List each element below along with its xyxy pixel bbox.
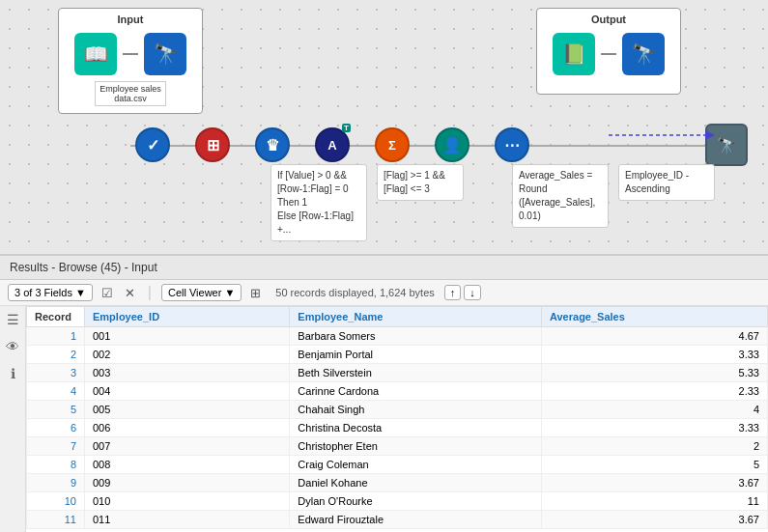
cell-empname: Benjamin Portal bbox=[290, 346, 542, 364]
cell-empname: Christina Decosta bbox=[290, 419, 542, 437]
cell-avgsales: 4 bbox=[541, 401, 767, 419]
cell-avgsales: 5 bbox=[541, 456, 767, 474]
cell-viewer-label: Cell Viewer bbox=[168, 287, 221, 298]
table-row: 9 009 Daniel Kohane 3.67 bbox=[27, 474, 768, 492]
cell-empid: 003 bbox=[85, 364, 290, 382]
cell-avgsales: 3.67 bbox=[541, 474, 767, 492]
output-node[interactable]: Output 📗 🔭 bbox=[536, 8, 681, 95]
left-menu-btn[interactable]: ☰ bbox=[5, 310, 21, 329]
cell-record: 11 bbox=[27, 511, 85, 529]
cell-empid: 007 bbox=[85, 437, 290, 456]
results-header: Results - Browse (45) - Input bbox=[0, 256, 768, 280]
col-header-empname[interactable]: Employee_Name bbox=[290, 307, 542, 327]
tooltip-formula3: Average_Sales = Round ([Average_Sales], … bbox=[512, 164, 609, 228]
tool-crown[interactable]: ♛ bbox=[255, 127, 290, 162]
cell-empid: 009 bbox=[85, 474, 290, 492]
table-row: 3 003 Beth Silverstein 5.33 bbox=[27, 364, 768, 382]
cell-record: 1 bbox=[27, 327, 85, 346]
cell-record: 4 bbox=[27, 382, 85, 401]
cell-record: 10 bbox=[27, 492, 85, 511]
table-row: 4 004 Carinne Cardona 2.33 bbox=[27, 382, 768, 401]
tool-person[interactable]: 👤 bbox=[435, 127, 469, 162]
output-arrow bbox=[601, 53, 616, 55]
cell-record: 7 bbox=[27, 437, 85, 456]
table-row: 7 007 Christopher Eten 2 bbox=[27, 437, 768, 456]
cell-record: 6 bbox=[27, 419, 85, 437]
filter-btn[interactable]: ⊞ bbox=[247, 285, 264, 301]
input-node-title: Input bbox=[118, 14, 144, 25]
results-toolbar: 3 of 3 Fields ▼ ☑ ✕ | Cell Viewer ▼ ⊞ 50… bbox=[0, 280, 768, 306]
records-info: 50 records displayed, 1,624 bytes bbox=[275, 287, 435, 298]
t-badge: T bbox=[342, 124, 351, 132]
cell-empid: 008 bbox=[85, 456, 290, 474]
cell-record: 3 bbox=[27, 364, 85, 382]
cell-empid: 011 bbox=[85, 511, 290, 529]
cell-record: 8 bbox=[27, 456, 85, 474]
cell-avgsales: 3.33 bbox=[541, 419, 767, 437]
output-icons-row: 📗 🔭 bbox=[553, 33, 665, 75]
cell-empname: Carinne Cardona bbox=[290, 382, 542, 401]
table-row: 5 005 Chahait Singh 4 bbox=[27, 401, 768, 419]
cell-empname: Daniel Kohane bbox=[290, 474, 542, 492]
cell-record: 2 bbox=[27, 346, 85, 364]
tool-app[interactable]: A bbox=[315, 127, 350, 162]
cell-empname: Christopher Eten bbox=[290, 437, 542, 456]
input-arrow bbox=[123, 53, 138, 55]
tool-table[interactable]: ⊞ bbox=[195, 127, 230, 162]
fields-x-btn[interactable]: ✕ bbox=[122, 285, 138, 301]
output-book-icon: 📗 bbox=[553, 33, 595, 75]
cell-empid: 004 bbox=[85, 382, 290, 401]
output-browse-icon: 🔭 bbox=[622, 33, 665, 75]
data-table-container[interactable]: Record Employee_ID Employee_Name Average… bbox=[26, 306, 768, 532]
dashed-connector bbox=[609, 116, 715, 154]
input-book-icon: 📖 bbox=[74, 33, 117, 75]
output-node-title: Output bbox=[591, 14, 626, 25]
cell-viewer-chevron-icon: ▼ bbox=[224, 287, 235, 298]
left-info-btn[interactable]: ℹ bbox=[9, 364, 17, 383]
cell-viewer-dropdown[interactable]: Cell Viewer ▼ bbox=[161, 284, 242, 301]
col-header-empid[interactable]: Employee_ID bbox=[85, 307, 290, 327]
tool-sum[interactable]: Σ bbox=[375, 127, 410, 162]
fields-label: 3 of 3 Fields bbox=[14, 287, 72, 298]
fields-dropdown[interactable]: 3 of 3 Fields ▼ bbox=[8, 284, 93, 301]
cell-avgsales: 5.33 bbox=[541, 364, 767, 382]
left-eye-btn[interactable]: 👁 bbox=[4, 337, 21, 356]
table-row: 1 001 Barbara Somers 4.67 bbox=[27, 327, 768, 346]
workflow-canvas: Input 📖 🔭 Employee salesdata.csv Output … bbox=[0, 0, 768, 256]
col-header-record: Record bbox=[27, 307, 85, 327]
cell-empname: Beth Silverstein bbox=[290, 364, 542, 382]
tooltip-formula1: If [Value] > 0 && [Row-1:Flag] = 0 Then … bbox=[270, 164, 367, 241]
tool-check[interactable]: ✓ bbox=[135, 127, 170, 162]
tooltip-formula2: [Flag] >= 1 && [Flag] <= 3 bbox=[377, 164, 464, 201]
cell-empid: 001 bbox=[85, 327, 290, 346]
fields-chevron-icon: ▼ bbox=[75, 287, 86, 298]
left-icon-panel: ☰ 👁 ℹ bbox=[0, 306, 26, 532]
input-browse-icon: 🔭 bbox=[144, 33, 186, 75]
table-row: 8 008 Craig Coleman 5 bbox=[27, 456, 768, 474]
cell-empid: 002 bbox=[85, 346, 290, 364]
sort-buttons: ↑ ↓ bbox=[444, 285, 481, 300]
cell-avgsales: 11 bbox=[541, 492, 767, 511]
cell-avgsales: 4.67 bbox=[541, 327, 767, 346]
tooltip-formula4: Employee_ID - Ascending bbox=[618, 164, 715, 201]
input-node[interactable]: Input 📖 🔭 Employee salesdata.csv bbox=[58, 8, 203, 114]
cell-empname: Dylan O'Rourke bbox=[290, 492, 542, 511]
cell-empid: 005 bbox=[85, 401, 290, 419]
results-panel: Results - Browse (45) - Input 3 of 3 Fie… bbox=[0, 256, 768, 532]
tool-dots[interactable]: ⋯ bbox=[495, 127, 529, 162]
table-row: 2 002 Benjamin Portal 3.33 bbox=[27, 346, 768, 364]
table-row: 11 011 Edward Firouztale 3.67 bbox=[27, 511, 768, 529]
fields-check-btn[interactable]: ☑ bbox=[99, 285, 116, 301]
data-table: Record Employee_ID Employee_Name Average… bbox=[26, 306, 768, 529]
cell-record: 5 bbox=[27, 401, 85, 419]
svg-marker-3 bbox=[705, 130, 715, 140]
cell-avgsales: 3.33 bbox=[541, 346, 767, 364]
results-title: Results - Browse (45) - Input bbox=[10, 261, 157, 274]
table-row: 10 010 Dylan O'Rourke 11 bbox=[27, 492, 768, 511]
cell-empname: Barbara Somers bbox=[290, 327, 542, 346]
col-header-avgsales[interactable]: Average_Sales bbox=[541, 307, 767, 327]
cell-record: 9 bbox=[27, 474, 85, 492]
sort-down-btn[interactable]: ↓ bbox=[464, 285, 481, 300]
table-row: 6 006 Christina Decosta 3.33 bbox=[27, 419, 768, 437]
sort-up-btn[interactable]: ↑ bbox=[444, 285, 462, 300]
